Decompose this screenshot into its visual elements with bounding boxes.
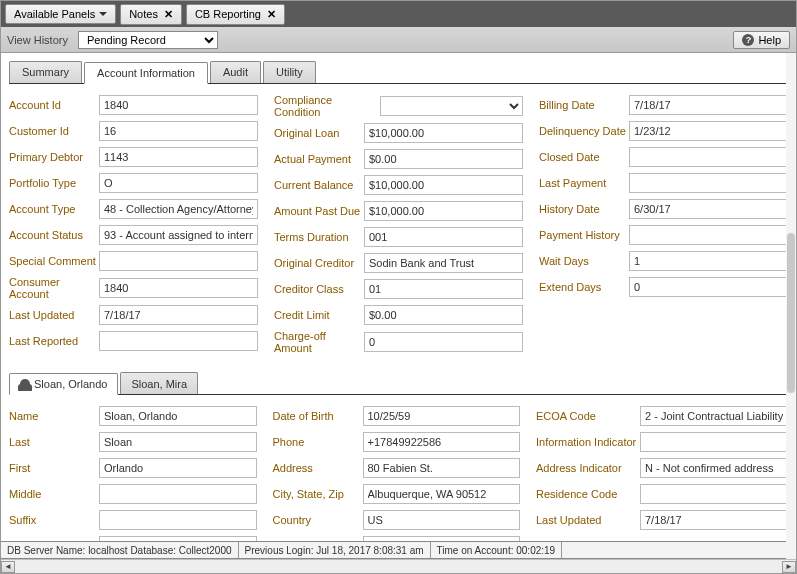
tab-account-information[interactable]: Account Information: [84, 62, 208, 84]
country-label: Country: [273, 514, 363, 526]
last-payment-field[interactable]: [629, 173, 788, 193]
horizontal-scrollbar[interactable]: ◄ ►: [1, 559, 796, 573]
terms-duration-field[interactable]: [364, 227, 523, 247]
last-reported-label: Last Reported: [9, 335, 99, 347]
current-balance-label: Current Balance: [274, 179, 364, 191]
close-icon[interactable]: ✕: [267, 8, 276, 21]
address-indicator-field[interactable]: [640, 458, 788, 478]
extend-days-field[interactable]: [629, 277, 788, 297]
actual-payment-label: Actual Payment: [274, 153, 364, 165]
last-name-field[interactable]: [99, 432, 257, 452]
account-type-field[interactable]: [99, 199, 258, 219]
person-col-right: ECOA Code Information Indicator Address …: [536, 405, 788, 553]
person-col-mid: Date of Birth Phone Address City, State,…: [273, 405, 521, 553]
status-login: Previous Login: Jul 18, 2017 8:08:31 am: [239, 542, 431, 558]
tab-summary[interactable]: Summary: [9, 61, 82, 83]
last-name-label: Last: [9, 436, 99, 448]
special-comment-label: Special Comment: [9, 255, 99, 267]
csz-field[interactable]: [363, 484, 521, 504]
tab-cb-reporting[interactable]: CB Reporting ✕: [186, 4, 285, 25]
tab-notes-label: Notes: [129, 8, 158, 20]
available-panels-dropdown[interactable]: Available Panels: [5, 4, 116, 24]
scroll-left-icon[interactable]: ◄: [1, 561, 15, 573]
closed-date-label: Closed Date: [539, 151, 629, 163]
customer-id-field[interactable]: [99, 121, 258, 141]
middle-name-field[interactable]: [99, 484, 257, 504]
delinquency-date-field[interactable]: [629, 121, 788, 141]
country-field[interactable]: [363, 510, 521, 530]
billing-date-field[interactable]: [629, 95, 788, 115]
chargeoff-amount-field[interactable]: [364, 332, 523, 352]
person-col-left: Name Last First Middle Suffix SSN: [9, 405, 257, 553]
current-balance-field[interactable]: [364, 175, 523, 195]
csz-label: City, State, Zip: [273, 488, 363, 500]
creditor-class-label: Creditor Class: [274, 283, 364, 295]
person-tab-2[interactable]: Sloan, Mira: [120, 372, 198, 394]
credit-limit-field[interactable]: [364, 305, 523, 325]
close-icon[interactable]: ✕: [164, 8, 173, 21]
original-loan-field[interactable]: [364, 123, 523, 143]
wait-days-label: Wait Days: [539, 255, 629, 267]
main-tabstrip: Summary Account Information Audit Utilit…: [9, 61, 788, 84]
scroll-thumb[interactable]: [787, 233, 795, 393]
actual-payment-field[interactable]: [364, 149, 523, 169]
dob-field[interactable]: [363, 406, 521, 426]
information-indicator-label: Information Indicator: [536, 436, 640, 448]
portfolio-type-field[interactable]: [99, 173, 258, 193]
payment-history-field[interactable]: [629, 225, 788, 245]
vertical-scrollbar[interactable]: [786, 53, 796, 559]
history-date-field[interactable]: [629, 199, 788, 219]
person-tabstrip: Sloan, Orlando Sloan, Mira: [9, 372, 788, 395]
first-name-label: First: [9, 462, 99, 474]
first-name-field[interactable]: [99, 458, 257, 478]
account-id-field[interactable]: [99, 95, 258, 115]
name-field[interactable]: [99, 406, 257, 426]
tab-notes[interactable]: Notes ✕: [120, 4, 182, 25]
person-icon: [20, 379, 30, 389]
ecoa-code-label: ECOA Code: [536, 410, 640, 422]
suffix-field[interactable]: [99, 510, 257, 530]
help-button[interactable]: ? Help: [733, 31, 790, 49]
person-last-updated-field[interactable]: [640, 510, 788, 530]
closed-date-field[interactable]: [629, 147, 788, 167]
address-label: Address: [273, 462, 363, 474]
ecoa-code-field[interactable]: [640, 406, 788, 426]
original-creditor-field[interactable]: [364, 253, 523, 273]
help-icon: ?: [742, 34, 754, 46]
compliance-condition-select[interactable]: [380, 96, 523, 116]
billing-date-label: Billing Date: [539, 99, 629, 111]
person-tab-1[interactable]: Sloan, Orlando: [9, 373, 118, 395]
tab-audit[interactable]: Audit: [210, 61, 261, 83]
account-status-field[interactable]: [99, 225, 258, 245]
consumer-account-field[interactable]: [99, 278, 258, 298]
tab-cb-reporting-label: CB Reporting: [195, 8, 261, 20]
scroll-right-icon[interactable]: ►: [782, 561, 796, 573]
address-field[interactable]: [363, 458, 521, 478]
creditor-class-field[interactable]: [364, 279, 523, 299]
history-date-label: History Date: [539, 203, 629, 215]
account-col-left: Account Id Customer Id Primary Debtor Po…: [9, 94, 258, 358]
residence-code-field[interactable]: [640, 484, 788, 504]
subbar: View History Pending Record ? Help: [1, 27, 796, 53]
portfolio-type-label: Portfolio Type: [9, 177, 99, 189]
primary-debtor-field[interactable]: [99, 147, 258, 167]
last-updated-field[interactable]: [99, 305, 258, 325]
original-loan-label: Original Loan: [274, 127, 364, 139]
special-comment-field[interactable]: [99, 251, 258, 271]
pending-record-select[interactable]: Pending Record: [78, 31, 218, 49]
person-last-updated-label: Last Updated: [536, 514, 640, 526]
wait-days-field[interactable]: [629, 251, 788, 271]
extend-days-label: Extend Days: [539, 281, 629, 293]
last-payment-label: Last Payment: [539, 177, 629, 189]
customer-id-label: Customer Id: [9, 125, 99, 137]
dob-label: Date of Birth: [273, 410, 363, 422]
payment-history-label: Payment History: [539, 229, 629, 241]
last-reported-field[interactable]: [99, 331, 258, 351]
information-indicator-field[interactable]: [640, 432, 788, 452]
status-db: DB Server Name: localhost Database: Coll…: [1, 542, 239, 558]
phone-field[interactable]: [363, 432, 521, 452]
tab-utility[interactable]: Utility: [263, 61, 316, 83]
amount-past-due-field[interactable]: [364, 201, 523, 221]
person-section: Name Last First Middle Suffix SSN Date o…: [9, 405, 788, 553]
address-indicator-label: Address Indicator: [536, 462, 640, 474]
